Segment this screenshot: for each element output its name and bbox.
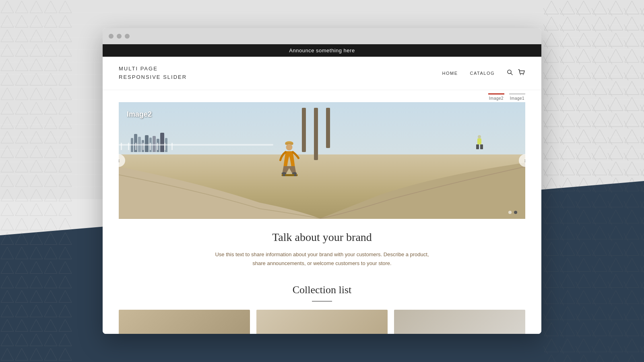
collection-section: Collection list (119, 276, 525, 334)
collection-item-2[interactable] (256, 310, 388, 334)
svg-point-8 (523, 74, 524, 75)
browser-window: Announce something here MULTI PAGE RESPO… (103, 28, 541, 334)
browser-dot-yellow (117, 34, 122, 39)
site-header: MULTI PAGE RESPONSIVE SLIDER HOME CATALO… (103, 57, 541, 90)
slider-dots (508, 211, 517, 214)
announcement-bar: Announce something here (103, 44, 541, 57)
nav-icons (507, 69, 525, 77)
brand-section: Talk about your brand Use this text to s… (119, 219, 525, 276)
website-content: Announce something here MULTI PAGE RESPO… (103, 44, 541, 334)
nav-home[interactable]: HOME (442, 71, 458, 76)
hero-slider: Image2 ‹ › (119, 102, 525, 219)
browser-dot-green (125, 34, 130, 39)
slider-tab-image2[interactable]: Image2 (488, 93, 504, 101)
slider-tabs: Image2 Image1 (103, 90, 541, 102)
skate-scene: Image2 (119, 102, 525, 219)
slider-tab-bar-1 (488, 93, 504, 95)
triangle-pattern-left (0, 0, 72, 362)
svg-rect-4 (0, 0, 72, 362)
slider-tab-bar-2 (509, 93, 525, 95)
background-person (475, 135, 485, 152)
svg-rect-2 (543, 0, 644, 362)
slider-dot-2[interactable] (514, 211, 517, 214)
collection-item-3[interactable] (394, 310, 525, 334)
svg-rect-19 (476, 144, 479, 149)
svg-rect-18 (477, 138, 481, 144)
browser-chrome (103, 28, 541, 44)
logo-line2: RESPONSIVE SLIDER (119, 73, 187, 82)
triangle-pattern-right (543, 0, 644, 362)
slide-label: Image2 (127, 110, 152, 119)
logo-line1: MULTI PAGE (119, 65, 187, 73)
svg-rect-20 (480, 144, 483, 149)
slider-dot-1[interactable] (508, 211, 512, 214)
svg-point-7 (520, 74, 521, 75)
svg-point-11 (286, 144, 293, 150)
nav-catalog[interactable]: CATALOG (470, 71, 495, 76)
hero-slide: Image2 (119, 102, 525, 219)
main-content: Talk about your brand Use this text to s… (103, 219, 541, 334)
announcement-text: Announce something here (289, 47, 355, 53)
slider-tab-image1[interactable]: Image1 (509, 93, 525, 101)
slider-tab-label-1: Image2 (489, 96, 504, 101)
collection-title: Collection list (119, 284, 525, 296)
skater (279, 140, 301, 178)
svg-point-17 (478, 135, 481, 138)
collection-grid (119, 310, 525, 334)
browser-dot-red (109, 34, 114, 39)
svg-line-6 (511, 73, 512, 75)
slider-tab-label-2: Image1 (510, 96, 524, 101)
brand-description: Use this text to share information about… (211, 250, 433, 268)
brand-title: Talk about your brand (143, 231, 501, 244)
site-logo: MULTI PAGE RESPONSIVE SLIDER (119, 65, 187, 82)
search-icon[interactable] (507, 69, 513, 77)
cart-icon[interactable] (518, 69, 525, 77)
collection-divider (312, 301, 332, 302)
skate-surface (119, 143, 525, 219)
site-nav: HOME CATALOG (442, 69, 525, 77)
collection-item-1[interactable] (119, 310, 250, 334)
